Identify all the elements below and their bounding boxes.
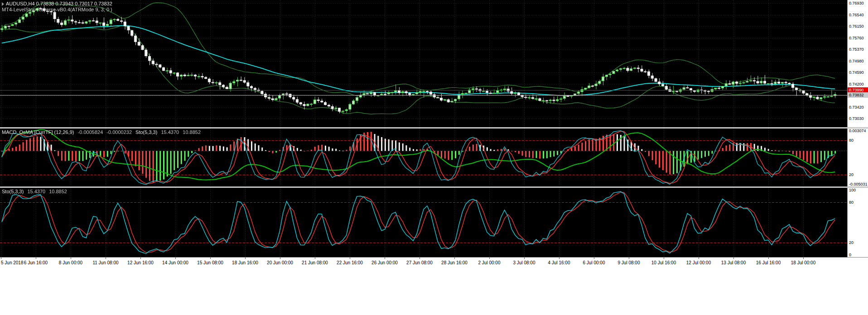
- time-axis-label: 9 Jul 08:00: [618, 260, 640, 265]
- time-axis-label: 14 Jun 00:00: [162, 260, 188, 265]
- price-tick-label: 0.76150: [849, 24, 864, 29]
- time-axis-label: 8 Jun 00:00: [59, 260, 82, 265]
- time-axis-label: 13 Jul 08:00: [721, 260, 746, 265]
- time-tick-mark: [245, 258, 246, 259]
- stochastic-tick-label: 100: [849, 188, 856, 192]
- macd-tick-label: 0.003074: [849, 129, 866, 133]
- indicator-name-label: MT4-LevelStop-Reverse-vB0.4(ATRMode 9, 3…: [2, 7, 112, 13]
- one-click-trading-arrow[interactable]: [2, 2, 4, 6]
- time-axis-label: 20 Jun 00:00: [267, 260, 293, 265]
- time-axis-label: 15 Jun 08:00: [197, 260, 223, 265]
- time-axis-label: 6 Jul 00:00: [583, 260, 605, 265]
- time-tick-mark: [733, 258, 734, 259]
- time-axis-label: 21 Jun 08:00: [302, 260, 328, 265]
- macd-tick-label: -0.005031: [849, 182, 868, 186]
- macd-tick-label: 80: [849, 138, 854, 143]
- time-tick-mark: [71, 258, 71, 259]
- time-tick-mark: [559, 258, 559, 259]
- time-tick-mark: [768, 258, 769, 259]
- time-axis-label: 5 Jun 2018: [1, 260, 24, 265]
- macd-osma-panel[interactable]: MACD_OsMA [CurrTF] (12,26,9) -0.0005824 …: [0, 129, 847, 186]
- price-scale[interactable]: 0.769300.765400.761500.757600.753700.749…: [847, 0, 868, 127]
- sto-overlay-label: Sto(5,3,3): [135, 129, 157, 135]
- price-tick-label: 0.73420: [849, 105, 864, 110]
- time-tick-mark: [315, 258, 315, 259]
- time-tick-mark: [454, 258, 455, 259]
- sto-overlay-value-k: 15.4370: [161, 129, 179, 135]
- price-tick-label: 0.74590: [849, 70, 864, 75]
- time-tick-mark: [106, 258, 106, 259]
- time-axis-label: 10 Jul 16:00: [651, 260, 676, 265]
- time-axis-label: 4 Jul 16:00: [548, 260, 570, 265]
- time-axis-label: 12 Jul 00:00: [686, 260, 711, 265]
- stochastic-value-d: 10.8852: [49, 189, 67, 194]
- time-axis-label: 16 Jul 16:00: [756, 260, 781, 265]
- stochastic-scale[interactable]: 10080200: [847, 188, 868, 257]
- time-axis-label: 26 Jun 00:00: [371, 260, 398, 265]
- price-chart-panel[interactable]: AUDUSD,H4 0.73838 0.73943 0.73017 0.7383…: [0, 0, 847, 127]
- time-tick-mark: [420, 258, 420, 259]
- time-axis[interactable]: 5 Jun 20186 Jun 16:008 Jun 00:0011 Jun 0…: [0, 257, 868, 268]
- macd-value-1: -0.0005824: [78, 129, 103, 135]
- time-axis-label: 22 Jun 16:00: [337, 260, 363, 265]
- time-tick-mark: [140, 258, 141, 259]
- time-tick-mark: [629, 258, 629, 259]
- time-axis-label: 18 Jun 16:00: [232, 260, 258, 265]
- time-tick-mark: [524, 258, 525, 259]
- price-tick-label: 0.75760: [849, 36, 864, 40]
- time-axis-label: 28 Jun 16:00: [441, 260, 468, 265]
- macd-header: MACD_OsMA [CurrTF] (12,26,9) -0.0005824 …: [2, 129, 203, 135]
- price-tick-label: 0.75370: [849, 47, 864, 52]
- stochastic-header: Sto(5,3,3) 15.4370 10.8852: [2, 189, 69, 195]
- stochastic-tick-label: 0: [849, 253, 851, 257]
- time-tick-mark: [350, 258, 350, 259]
- time-tick-mark: [210, 258, 211, 259]
- time-tick-mark: [175, 258, 176, 259]
- time-tick-mark: [1, 258, 1, 259]
- stochastic-canvas[interactable]: [0, 188, 847, 257]
- price-tick-label: 0.76930: [849, 1, 864, 5]
- macd-tick-label: 20: [849, 172, 854, 177]
- time-axis-label: 18 Jul 00:00: [791, 260, 816, 265]
- bid-price-tag: 0.73832: [848, 92, 868, 98]
- price-tick-label: 0.74980: [849, 59, 864, 63]
- time-axis-label: 3 Jul 08:00: [513, 260, 535, 265]
- time-axis-label: 12 Jun 16:00: [127, 260, 154, 265]
- stochastic-label: Sto(5,3,3): [2, 189, 24, 194]
- price-tick-label: 0.73030: [849, 116, 864, 121]
- macd-value-2: -0.0000232: [106, 129, 132, 135]
- price-tick-label: 0.76540: [849, 13, 864, 17]
- stochastic-tick-label: 20: [849, 240, 854, 245]
- time-tick-mark: [664, 258, 664, 259]
- time-tick-mark: [594, 258, 594, 259]
- time-axis-label: 2 Jul 00:00: [478, 260, 501, 265]
- symbol-ohlc-label: AUDUSD,H4 0.73838 0.73943 0.73017 0.7383…: [2, 1, 112, 7]
- macd-label: MACD_OsMA [CurrTF] (12,26,9): [2, 129, 74, 135]
- stochastic-tick-label: 80: [849, 200, 854, 205]
- time-tick-mark: [803, 258, 804, 259]
- time-tick-mark: [699, 258, 699, 259]
- time-tick-mark: [489, 258, 490, 259]
- macd-scale[interactable]: 0.0030748020-0.005031: [847, 129, 868, 186]
- stochastic-panel[interactable]: Sto(5,3,3) 15.4370 10.8852: [0, 188, 847, 257]
- macd-osma-canvas[interactable]: [0, 129, 847, 186]
- price-chart-canvas[interactable]: [0, 0, 847, 127]
- price-tick-label: 0.74200: [849, 82, 864, 86]
- time-tick-mark: [36, 258, 36, 259]
- time-tick-mark: [280, 258, 280, 259]
- mt4-chart-window: AUDUSD,H4 0.73838 0.73943 0.73017 0.7383…: [0, 0, 868, 315]
- sto-overlay-value-d: 10.8852: [183, 129, 201, 135]
- time-axis-label: 11 Jun 08:00: [92, 260, 118, 265]
- chart-header: AUDUSD,H4 0.73838 0.73943 0.73017 0.7383…: [2, 1, 112, 13]
- time-axis-label: 27 Jun 08:00: [406, 260, 433, 265]
- time-tick-mark: [385, 258, 385, 259]
- time-axis-label: 6 Jun 16:00: [24, 260, 48, 265]
- stochastic-value-k: 15.4370: [27, 189, 45, 194]
